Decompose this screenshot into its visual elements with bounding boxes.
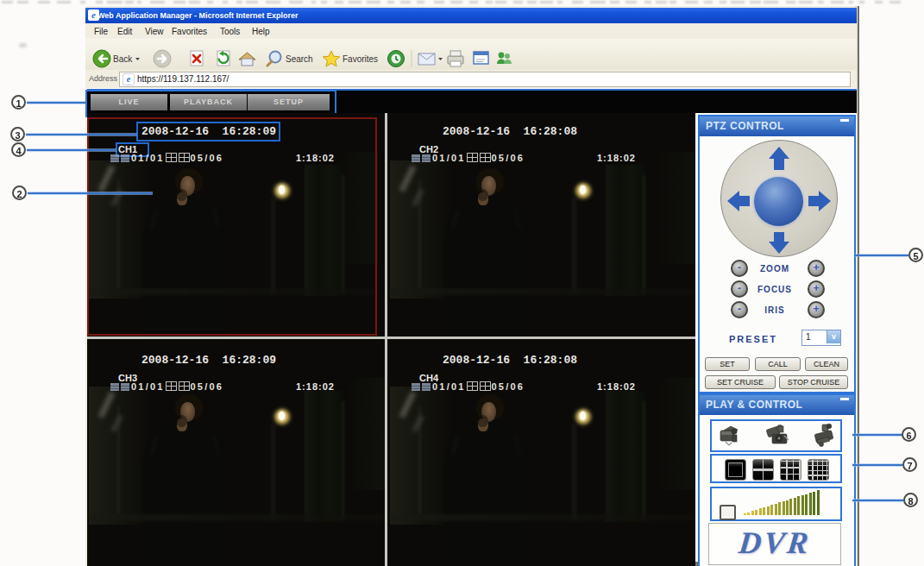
svg-text:Favorites: Favorites: [343, 54, 378, 64]
svg-text:Back: Back: [113, 54, 133, 64]
svg-text:Search: Search: [286, 54, 313, 64]
